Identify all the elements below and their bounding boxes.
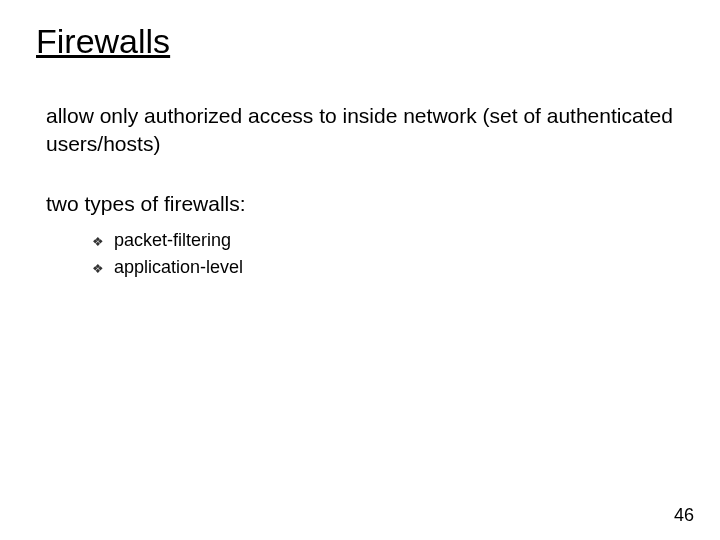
page-number: 46: [674, 505, 694, 526]
bullet-text: packet-filtering: [114, 228, 231, 253]
slide-title: Firewalls: [36, 22, 170, 61]
diamond-bullet-icon: ❖: [92, 233, 104, 251]
body-paragraph-1: allow only authorized access to inside n…: [46, 102, 690, 159]
list-item: ❖ application-level: [92, 255, 243, 280]
list-item: ❖ packet-filtering: [92, 228, 243, 253]
bullet-list: ❖ packet-filtering ❖ application-level: [92, 228, 243, 282]
bullet-text: application-level: [114, 255, 243, 280]
body-paragraph-2: two types of firewalls:: [46, 192, 246, 216]
diamond-bullet-icon: ❖: [92, 260, 104, 278]
